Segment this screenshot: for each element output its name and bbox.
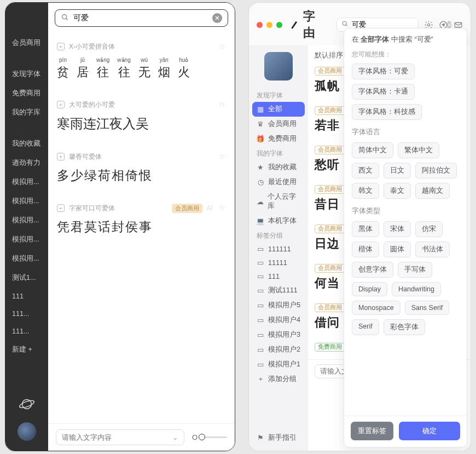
svg-point-4: [343, 21, 346, 25]
sidebar-item[interactable]: 🎁免费商用: [252, 131, 305, 146]
expand-icon[interactable]: +: [57, 101, 65, 108]
sidebar-item[interactable]: 111...: [5, 305, 48, 323]
folder-icon: ▭: [257, 346, 264, 354]
language-chip[interactable]: 简体中文: [352, 142, 393, 158]
type-chip[interactable]: 圆体: [384, 242, 411, 257]
sidebar-item[interactable]: ▭111111: [252, 242, 305, 256]
sidebar-item-label: 添加分组: [268, 375, 297, 384]
suggest-chip[interactable]: 字体风格：科技感: [352, 104, 422, 120]
sidebar-item[interactable]: 免费商用: [5, 84, 48, 103]
folder-icon: ▭: [257, 258, 264, 267]
sidebar-item[interactable]: ▭测试1111: [252, 283, 305, 298]
type-chip[interactable]: 创意字体: [352, 262, 393, 278]
sidebar-item[interactable]: 会员商用: [5, 33, 48, 53]
clear-search-button[interactable]: ✕: [212, 13, 222, 23]
suggest-chip[interactable]: 字体风格：可爱: [352, 64, 415, 79]
sidebar-item[interactable]: ▦全部: [252, 102, 305, 117]
font-preview: pín贫jū居wǎng往wǎng往wú无yān烟huǒ火: [57, 57, 226, 81]
sidebar-item[interactable]: 发现字体: [5, 65, 48, 84]
language-chip[interactable]: 繁体中文: [398, 142, 439, 158]
type-chip[interactable]: 楷体: [352, 242, 379, 257]
window-right: 字由 ✕: [249, 3, 471, 451]
sidebar-item-label: 会员商用: [268, 119, 297, 129]
language-chip[interactable]: 越南文: [415, 183, 450, 199]
favorite-star-icon[interactable]: ☆: [217, 100, 226, 110]
sidebar-item-label: 111: [268, 273, 280, 280]
left-footer: ⌄ O: [48, 423, 235, 451]
left-sidebar: 会员商用发现字体免费商用我的字库我的收藏遒劲有力模拟用...模拟用...模拟用.…: [5, 3, 48, 451]
font-name: X-小可爱拼音体: [69, 42, 213, 51]
planet-icon[interactable]: [19, 396, 35, 412]
sidebar-item[interactable]: ♛会员商用: [252, 117, 305, 131]
font-preview: 寒雨连江夜入吴: [57, 115, 226, 133]
sidebar-item[interactable]: ▭模拟用户1: [252, 357, 305, 372]
font-card[interactable]: +大可爱的小可爱☆寒雨连江夜入吴: [56, 91, 227, 143]
type-chip[interactable]: 黑体: [352, 221, 379, 237]
sidebar-item[interactable]: ★我的收藏: [252, 160, 305, 175]
type-chip[interactable]: 仿宋: [415, 221, 443, 237]
preview-text-input[interactable]: [62, 433, 172, 441]
sidebar-item[interactable]: 模拟用...: [5, 173, 48, 192]
sidebar-item[interactable]: 我的字库: [5, 103, 48, 122]
type-chip[interactable]: Handwriting: [392, 282, 441, 296]
user-avatar[interactable]: [18, 422, 36, 441]
sidebar-item[interactable]: ▭模拟用户2: [252, 342, 305, 357]
type-chip[interactable]: 宋体: [384, 221, 411, 237]
expand-icon[interactable]: +: [57, 43, 65, 50]
language-chip[interactable]: 日文: [384, 163, 411, 179]
sidebar-item[interactable]: ▭模拟用户4: [252, 313, 305, 327]
sidebar-item[interactable]: 💻本机字体: [252, 214, 305, 228]
close-window-button[interactable]: [257, 22, 263, 28]
type-chip[interactable]: Monospace: [352, 301, 400, 315]
font-card[interactable]: +字家可口可爱体会员商用AI☆凭君莫话封侯事: [56, 195, 227, 246]
sidebar-item-label: 11111: [268, 259, 287, 267]
sidebar-item[interactable]: 模拟用...: [5, 249, 48, 268]
app-logo: 字由: [290, 8, 326, 41]
sidebar-item[interactable]: 111: [5, 288, 48, 305]
favorite-star-icon[interactable]: ☆: [217, 152, 226, 162]
language-chip[interactable]: 西文: [352, 163, 379, 179]
font-card[interactable]: +馨香可爱体☆多少绿荷相倚恨: [56, 143, 227, 195]
sidebar-item[interactable]: ▭模拟用户3: [252, 327, 305, 342]
type-chip[interactable]: 彩色字体: [384, 319, 425, 335]
sidebar-item[interactable]: ▭11111: [252, 256, 305, 269]
font-name: 馨香可爱体: [69, 152, 213, 162]
language-chip[interactable]: 泰文: [384, 183, 411, 199]
user-avatar[interactable]: [264, 52, 293, 81]
sidebar-item[interactable]: 111...: [5, 323, 48, 340]
type-chip[interactable]: Sans Serif: [405, 301, 450, 315]
sidebar-item[interactable]: 我的收藏: [5, 134, 48, 153]
suggest-chip[interactable]: 字体风格：卡通: [352, 84, 415, 100]
sidebar-item[interactable]: ＋添加分组: [252, 372, 305, 387]
type-chip[interactable]: Serif: [352, 319, 379, 335]
sidebar-item-guide[interactable]: ⚑ 新手指引: [252, 430, 305, 445]
type-chip[interactable]: Display: [352, 282, 387, 296]
favorite-star-icon[interactable]: ☆: [217, 203, 226, 213]
language-chip[interactable]: 阿拉伯文: [415, 163, 457, 179]
sidebar-item[interactable]: ☁个人云字库: [252, 189, 305, 214]
sidebar-item[interactable]: ◷最近使用: [252, 175, 305, 189]
favorite-star-icon[interactable]: ☆: [217, 42, 226, 51]
chevron-down-icon[interactable]: ⌄: [172, 433, 178, 441]
sidebar-item[interactable]: 模拟用...: [5, 230, 48, 249]
type-chip[interactable]: 书法体: [415, 242, 450, 257]
zoom-window-button[interactable]: [276, 22, 282, 28]
sidebar-item[interactable]: ▭模拟用户5: [252, 298, 305, 313]
language-chip[interactable]: 韩文: [352, 183, 379, 199]
clock-icon: ◷: [257, 178, 264, 186]
sidebar-item[interactable]: ▭111: [252, 269, 305, 283]
font-card[interactable]: +X-小可爱拼音体☆pín贫jū居wǎng往wǎng往wú无yān烟huǒ火: [56, 33, 227, 91]
sidebar-item[interactable]: 遒劲有力: [5, 153, 48, 173]
search-input[interactable]: [73, 14, 208, 22]
sidebar-item[interactable]: 模拟用...: [5, 211, 48, 230]
size-slider[interactable]: O: [192, 433, 227, 441]
expand-icon[interactable]: +: [57, 153, 65, 160]
confirm-button[interactable]: 确定: [399, 422, 460, 440]
reset-tags-button[interactable]: 重置标签: [351, 422, 393, 440]
sidebar-item[interactable]: 新建 +: [5, 340, 48, 359]
type-chip[interactable]: 手写体: [398, 262, 432, 278]
sidebar-item[interactable]: 模拟用...: [5, 192, 48, 211]
minimize-window-button[interactable]: [266, 22, 272, 28]
expand-icon[interactable]: +: [57, 204, 65, 212]
sidebar-item[interactable]: 测试1...: [5, 268, 48, 288]
